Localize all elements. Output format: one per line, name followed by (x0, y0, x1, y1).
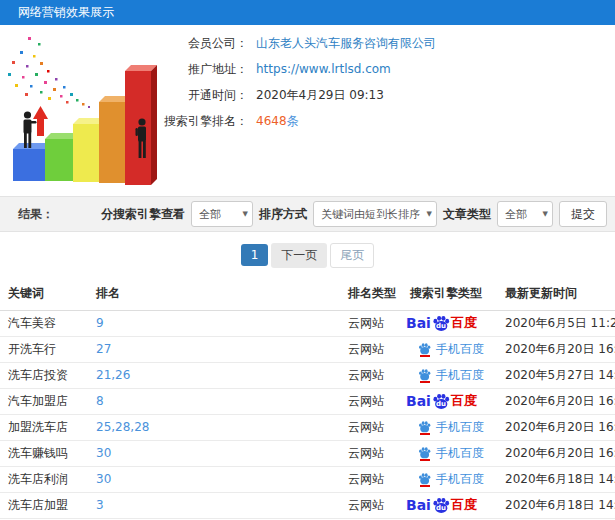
info-row-rank-count: 搜索引擎排名： 4648条 (160, 108, 615, 134)
mobile-baidu-label: 手机百度 (436, 341, 484, 358)
rank-cell: 25,28,28 (88, 414, 340, 440)
mobile-baidu-red-bar (420, 459, 430, 461)
article-type-wrap: 全部 ▼ (497, 201, 553, 227)
filter-bar: 结果： 分搜索引擎查看 全部 ▼ 排序方式 关键词由短到长排序 ▼ 文章类型 全… (0, 196, 615, 232)
info-row-company: 会员公司： 山东老人头汽车服务咨询有限公司 (160, 30, 615, 56)
table-row: 洗车店投资21,26云网站手机百度2020年5月27日 14:58 (0, 362, 615, 388)
rank-type-cell: 云网站 (340, 440, 402, 466)
baidu-paw-icon: du (432, 392, 450, 410)
table-row: 汽车加盟店8云网站Baidu百度2020年6月20日 16:12 (0, 388, 615, 414)
mobile-baidu-paw-icon (418, 472, 431, 487)
table-row: 洗车赚钱吗30云网站手机百度2020年6月20日 16:12 (0, 440, 615, 466)
filter-controls: 分搜索引擎查看 全部 ▼ 排序方式 关键词由短到长排序 ▼ 文章类型 全部 ▼ … (101, 201, 607, 227)
baidu-logo-cn: 百度 (451, 392, 477, 410)
submit-button[interactable]: 提交 (559, 201, 607, 227)
keyword-cell: 洗车赚钱吗 (0, 440, 88, 466)
baidu-logo-latin: Bai (406, 315, 431, 331)
rank-cell: 30 (88, 440, 340, 466)
baidu-logo: Baidu百度 (406, 314, 477, 332)
header-bar: 网络营销效果展示 (0, 0, 615, 25)
engine-filter-select[interactable]: 全部 (191, 201, 253, 227)
table-header-row: 关键词排名排名类型搜索引擎类型最新更新时间 (0, 278, 615, 310)
article-type-label: 文章类型 (443, 206, 491, 223)
rank-cell: 21,26 (88, 362, 340, 388)
sort-label: 排序方式 (259, 206, 307, 223)
baidu-paw-du-text: du (432, 400, 450, 408)
rank-type-cell: 云网站 (340, 310, 402, 336)
article-type-select[interactable]: 全部 (497, 201, 553, 227)
promo-url-link[interactable]: https://www.lrtlsd.com (256, 62, 391, 76)
mobile-baidu-red-bar (420, 355, 430, 357)
baidu-logo-cn: 百度 (451, 496, 477, 514)
last-page-button[interactable]: 尾页 (330, 243, 374, 268)
updated-cell: 2020年6月20日 16:11 (497, 414, 615, 440)
rank-cell: 3 (88, 492, 340, 518)
rank-link[interactable]: 25,28,28 (96, 420, 149, 434)
engine-cell: 手机百度 (402, 362, 497, 388)
baidu-paw-du-text: du (432, 504, 450, 512)
engine-cell: Baidu百度 (402, 310, 497, 336)
table-row: 开洗车行27云网站手机百度2020年6月20日 16:16 (0, 336, 615, 362)
rank-link[interactable]: 21,26 (96, 368, 130, 382)
col-header-1: 排名 (88, 278, 340, 310)
page-1-button[interactable]: 1 (241, 244, 269, 266)
engine-filter-wrap: 全部 ▼ (191, 201, 253, 227)
table-header: 关键词排名排名类型搜索引擎类型最新更新时间 (0, 278, 615, 310)
mobile-baidu-paw-icon (418, 342, 431, 357)
keyword-cell: 开洗车行 (0, 336, 88, 362)
rank-type-cell: 云网站 (340, 388, 402, 414)
col-header-3: 搜索引擎类型 (402, 278, 497, 310)
bar-chart-illustration (0, 29, 180, 193)
updated-cell: 2020年6月5日 11:24 (497, 310, 615, 336)
mobile-baidu-red-bar (420, 485, 430, 487)
keyword-cell: 洗车店加盟 (0, 492, 88, 518)
baidu-logo: Baidu百度 (406, 392, 477, 410)
sort-select[interactable]: 关键词由短到长排序 (313, 201, 437, 227)
pagination: 1 下一页 尾页 (0, 232, 615, 278)
table-row: 洗车店加盟3云网站Baidu百度2020年6月18日 14:30 (0, 492, 615, 518)
baidu-logo-latin: Bai (406, 393, 431, 409)
engine-cell: 手机百度 (402, 440, 497, 466)
company-name-link[interactable]: 山东老人头汽车服务咨询有限公司 (256, 35, 436, 52)
mobile-baidu-label: 手机百度 (436, 471, 484, 488)
engine-cell: Baidu百度 (402, 492, 497, 518)
baidu-paw-du-text: du (432, 322, 450, 330)
rank-count-number: 4648 (256, 114, 287, 128)
info-row-open-time: 开通时间： 2020年4月29日 09:13 (160, 82, 615, 108)
table-body: 汽车美容9云网站Baidu百度2020年6月5日 11:24开洗车行27云网站手… (0, 310, 615, 518)
info-row-url: 推广地址： https://www.lrtlsd.com (160, 56, 615, 82)
mobile-baidu-paw-icon (418, 446, 431, 461)
rank-cell: 30 (88, 466, 340, 492)
keyword-cell: 洗车店利润 (0, 466, 88, 492)
keyword-cell: 洗车店投资 (0, 362, 88, 388)
updated-cell: 2020年6月20日 16:12 (497, 440, 615, 466)
rank-link[interactable]: 8 (96, 394, 104, 408)
rank-count-suffix: 条 (287, 114, 299, 128)
mobile-baidu-red-bar (420, 433, 430, 435)
rank-link[interactable]: 27 (96, 342, 111, 356)
keyword-cell: 加盟洗车店 (0, 414, 88, 440)
mobile-baidu-label: 手机百度 (436, 367, 484, 384)
updated-cell: 2020年5月27日 14:58 (497, 362, 615, 388)
rank-type-cell: 云网站 (340, 414, 402, 440)
rank-link[interactable]: 30 (96, 446, 111, 460)
rank-link[interactable]: 3 (96, 498, 104, 512)
table-row: 洗车店利润30云网站手机百度2020年6月18日 14:27 (0, 466, 615, 492)
mobile-baidu-logo: 手机百度 (406, 419, 484, 436)
next-page-button[interactable]: 下一页 (271, 243, 327, 268)
engine-filter-label: 分搜索引擎查看 (101, 206, 185, 223)
rank-link[interactable]: 9 (96, 316, 104, 330)
mobile-baidu-logo: 手机百度 (406, 341, 484, 358)
baidu-logo-cn: 百度 (451, 314, 477, 332)
rank-link[interactable]: 30 (96, 472, 111, 486)
keyword-cell: 汽车加盟店 (0, 388, 88, 414)
mobile-baidu-logo: 手机百度 (406, 445, 484, 462)
company-info-list: 会员公司： 山东老人头汽车服务咨询有限公司 推广地址： https://www.… (160, 25, 615, 134)
table-row: 加盟洗车店25,28,28云网站手机百度2020年6月20日 16:11 (0, 414, 615, 440)
engine-cell: Baidu百度 (402, 388, 497, 414)
keyword-cell: 汽车美容 (0, 310, 88, 336)
baidu-logo: Baidu百度 (406, 496, 477, 514)
baidu-paw-icon: du (432, 496, 450, 514)
baidu-paw-icon: du (432, 314, 450, 332)
page-title: 网络营销效果展示 (18, 4, 114, 21)
